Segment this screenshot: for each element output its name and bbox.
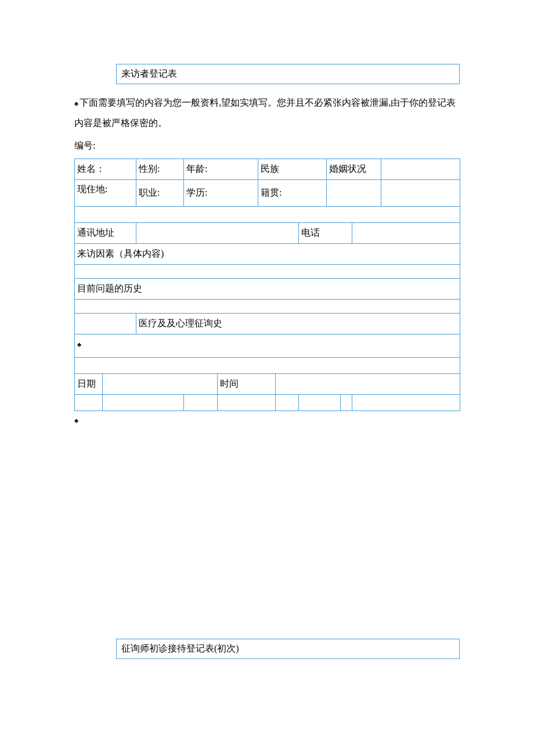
cell-history-content[interactable] <box>75 300 460 314</box>
label-history[interactable]: 目前问题的历史 <box>75 279 460 300</box>
label-medical[interactable]: 医疗及及心理征询史 <box>136 314 460 334</box>
row-history-content <box>75 300 460 314</box>
intro-content: 下面需要填写的内容为您一般资料,望如实填写。您并且不必紧张内容被泄漏,由于你的登… <box>74 98 456 128</box>
cell-spacer-1[interactable] <box>75 207 460 223</box>
cell-marital-value[interactable] <box>381 159 460 180</box>
row-reason: 来访因素（具体内容) <box>75 244 460 265</box>
serial-label: 编号: <box>74 136 460 155</box>
label-occupation[interactable]: 职业: <box>136 180 184 207</box>
label-ethnic[interactable]: 民族 <box>258 159 327 180</box>
row-spacer-1 <box>75 207 460 223</box>
label-gender[interactable]: 性别: <box>136 159 184 180</box>
row-medical-content-2 <box>75 358 460 374</box>
cell-reason-content[interactable] <box>75 265 460 279</box>
label-education[interactable]: 学历: <box>184 180 258 207</box>
row-address: 通讯地址 电话 <box>75 223 460 244</box>
label-name[interactable]: 姓名： <box>75 159 136 180</box>
label-time[interactable]: 时间 <box>218 374 276 395</box>
cell-phone-value[interactable] <box>352 223 460 244</box>
row-medical-content-1: ♣ <box>75 334 460 358</box>
title-box-1: 来访者登记表 <box>116 64 460 84</box>
registration-table: 姓名： 性别: 年龄: 民族 婚姻状况 现住地: 职业: 学历: 籍贯: 通讯地… <box>74 159 460 411</box>
label-origin[interactable]: 籍贯: <box>258 180 327 207</box>
cell-empty-1[interactable] <box>327 180 381 207</box>
title-box-2: 征询师初诊接待登记表(初次) <box>116 639 460 659</box>
label-age[interactable]: 年龄: <box>184 159 258 180</box>
row-basic-2: 现住地: 职业: 学历: 籍贯: <box>75 180 460 207</box>
form-title-1: 来访者登记表 <box>121 69 177 78</box>
cell-medical-content-1[interactable]: ♣ <box>75 334 460 358</box>
cell-date-value[interactable] <box>103 374 218 395</box>
bullet-glyph-2: ♣ <box>77 341 81 348</box>
cell-b8[interactable] <box>352 395 460 411</box>
cell-b1[interactable] <box>75 395 103 411</box>
row-date-time: 日期 时间 <box>75 374 460 395</box>
cell-b2[interactable] <box>103 395 184 411</box>
row-reason-content <box>75 265 460 279</box>
bullet-glyph: ♣ <box>74 96 78 110</box>
label-date[interactable]: 日期 <box>75 374 103 395</box>
intro-text: ♣下面需要填写的内容为您一般资料,望如实填写。您并且不必紧张内容被泄漏,由于你的… <box>74 92 460 133</box>
cell-medical-prefix[interactable] <box>75 314 136 334</box>
label-marital[interactable]: 婚姻状况 <box>327 159 381 180</box>
cell-address-value[interactable] <box>136 223 299 244</box>
form-title-2: 征询师初诊接待登记表(初次) <box>121 643 239 653</box>
label-reason[interactable]: 来访因素（具体内容) <box>75 244 460 265</box>
row-bottom <box>75 395 460 411</box>
label-address[interactable]: 通讯地址 <box>75 223 136 244</box>
cell-b5[interactable] <box>276 395 299 411</box>
label-phone[interactable]: 电话 <box>299 223 352 244</box>
cell-time-value[interactable] <box>276 374 460 395</box>
cell-b4[interactable] <box>218 395 276 411</box>
cell-b6[interactable] <box>299 395 341 411</box>
cell-empty-2[interactable] <box>381 180 460 207</box>
page-spacer <box>74 424 460 639</box>
cell-medical-content-2[interactable] <box>75 358 460 374</box>
row-medical: 医疗及及心理征询史 <box>75 314 460 334</box>
cell-b7[interactable] <box>341 395 352 411</box>
row-basic-1: 姓名： 性别: 年龄: 民族 婚姻状况 <box>75 159 460 180</box>
after-table-glyph: ♣ <box>74 417 460 424</box>
bullet-glyph-3: ♣ <box>74 417 78 424</box>
row-history: 目前问题的历史 <box>75 279 460 300</box>
cell-b3[interactable] <box>184 395 218 411</box>
label-residence[interactable]: 现住地: <box>75 180 136 207</box>
